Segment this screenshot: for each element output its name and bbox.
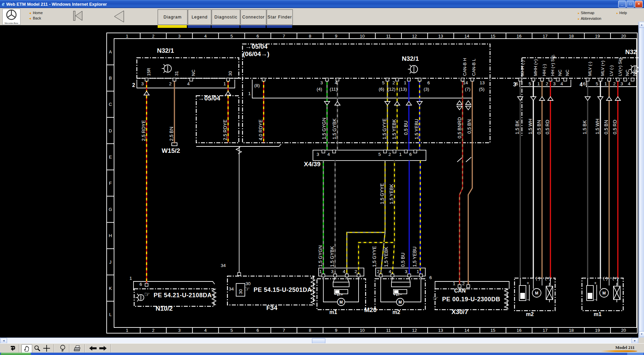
grid-column-label: 7 [283, 34, 285, 39]
pan-hand-tool-button[interactable] [21, 344, 32, 353]
tab-underline [240, 25, 266, 28]
connector-pin [190, 78, 193, 81]
diagram-label: (06/04→) [243, 50, 269, 57]
connector-pin [379, 274, 382, 277]
grid-column-label: 1 [126, 34, 128, 39]
diagram-label: 5 [382, 80, 385, 85]
diagram-label: PE 54.15-U-2501DA [254, 286, 312, 293]
previous-diagram-button[interactable] [88, 344, 98, 352]
tab-diagnostic[interactable]: Diagnostic [212, 9, 240, 25]
connector-pin [549, 78, 552, 81]
grid-column-label: 11 [386, 328, 391, 333]
home-link[interactable]: ◄Home [29, 11, 43, 15]
sitemap-link[interactable]: ▸Sitemap [578, 11, 594, 15]
tab-legend[interactable]: Legend [188, 9, 211, 25]
diagram-vertical-label: 0,5 BNRD [457, 117, 462, 138]
grid-column-label: 19 [595, 328, 600, 333]
maximize-button[interactable]: □ [627, 1, 634, 8]
grid-row-label: F [109, 181, 112, 186]
connector-pin [519, 78, 522, 81]
diagram-label: 34 [229, 286, 234, 292]
minimize-button[interactable]: _ [618, 1, 626, 8]
skip-to-start-button[interactable] [72, 10, 84, 22]
connector-pin [386, 78, 389, 81]
grid-column-label: 2 [152, 34, 154, 39]
connector-pin [391, 274, 394, 277]
diagram-shape [410, 72, 411, 74]
diagram-label: 1 [223, 81, 226, 86]
wiring-diagram-canvas[interactable]: 1122334455667788991010111112121313141415… [0, 28, 639, 338]
connector-pin [408, 78, 411, 81]
vertical-scroll-thumb[interactable] [639, 28, 644, 331]
diagram-vertical-label: 1,5 WH [528, 119, 533, 134]
print-button[interactable] [72, 344, 83, 352]
abbreviation-link[interactable]: ▸Abbreviation [578, 16, 601, 20]
diagram-graphics: 1122334455667788991010111112121313141415… [0, 28, 639, 338]
next-diagram-button[interactable] [98, 344, 108, 352]
previous-page-button[interactable] [112, 10, 126, 23]
horizontal-scroll-thumb[interactable] [312, 338, 325, 344]
title-bar[interactable]: e Web ETM Model 211 - Windows Internet E… [0, 0, 644, 8]
zoom-in-button[interactable] [42, 344, 52, 352]
diagram-label: X30/7 [451, 308, 468, 315]
diagram-shape [163, 71, 165, 73]
grid-column-label: 15 [490, 34, 495, 39]
undo-view-button[interactable] [7, 344, 17, 352]
diagram-label: (4) [317, 87, 322, 92]
diagram-label: 4 [560, 81, 563, 86]
tab-star-finder[interactable]: Star Finder [267, 9, 293, 25]
horizontal-scrollbar[interactable]: ◄ ► [0, 338, 639, 344]
diagram-label: 1 [129, 276, 132, 281]
connector-arrow [394, 101, 400, 105]
grid-row-label: G [109, 207, 112, 212]
scroll-up-button[interactable]: ▲ [639, 22, 644, 28]
diagram-label: − [527, 297, 529, 302]
sitemap-marker-icon: ▸ [578, 11, 580, 15]
diagram-label: ☞ [144, 291, 150, 298]
tab-diagram[interactable]: Diagram [158, 9, 187, 25]
motor-letter: M [535, 291, 538, 296]
help-link[interactable]: ▸Help [616, 11, 627, 15]
zoom-tool-button[interactable] [32, 344, 42, 352]
diagram-label: 2 [355, 269, 357, 274]
grid-row-label: K [109, 286, 112, 291]
connector-arrow [466, 101, 471, 104]
module-box [137, 58, 239, 78]
diagram-label: X4/39 [304, 161, 321, 168]
diagram-label: M20 [364, 306, 377, 313]
connector-arrow [457, 101, 462, 104]
diagram-label: 1 [248, 91, 251, 96]
diagram-vertical-label: 1,5 BK [515, 120, 520, 134]
diagram-label: (+) [612, 276, 618, 281]
connector-pin [393, 150, 396, 153]
tray-edge [627, 353, 643, 355]
diagram-label: +⇄− [393, 292, 402, 297]
diagram-label: (8) [254, 83, 260, 88]
vertical-scrollbar[interactable]: ▲ ▼ [638, 21, 644, 338]
grid-column-label: 14 [464, 34, 469, 39]
diagram-label: N32 [625, 48, 637, 55]
diagram-label: (12) [387, 87, 395, 92]
diagram-vertical-label: NC [565, 70, 570, 76]
tab-connector[interactable]: Connector [240, 9, 266, 25]
grid-column-label: 6 [257, 34, 259, 39]
diagram-shape [631, 65, 632, 67]
diagram-vertical-label: 2,5 BN [169, 127, 174, 141]
diagram-label: 1 [453, 281, 455, 286]
status-swoosh-decoration [600, 350, 637, 352]
highlight-wire-button[interactable] [58, 344, 68, 352]
diagram-line [137, 80, 235, 88]
diagram-label: + [527, 280, 529, 285]
component-fill [520, 293, 525, 299]
diagram-line [409, 277, 410, 282]
tab-underline [158, 25, 187, 28]
grid-column-label: 1 [126, 328, 128, 333]
diagram-vertical-label: NC [625, 70, 630, 76]
connector-pin [471, 78, 474, 81]
component-outline [391, 282, 410, 287]
scroll-down-button[interactable]: ▼ [639, 331, 644, 337]
diagram-label: PE 00.19-U-2300DB [442, 296, 500, 303]
grid-column-label: 8 [309, 34, 311, 39]
close-button[interactable]: × [635, 1, 643, 8]
back-link[interactable]: ◄Back [29, 16, 41, 20]
